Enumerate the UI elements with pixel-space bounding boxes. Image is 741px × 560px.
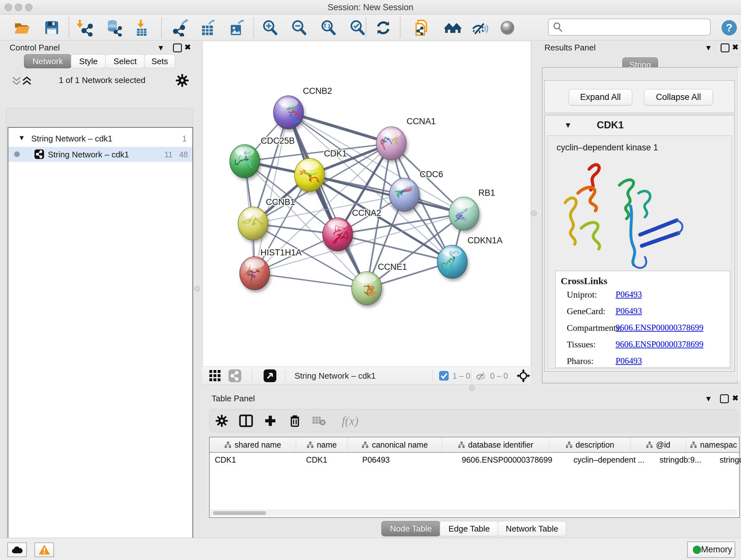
help-button[interactable]: ? xyxy=(719,18,739,38)
network-node-CCNA2[interactable]: CCNA2 xyxy=(323,208,381,251)
hide-selected-button[interactable] xyxy=(470,18,489,38)
table-cell[interactable]: stringdb:9... xyxy=(655,453,715,467)
collapse-all-button[interactable]: Collapse All xyxy=(644,89,713,105)
crosslink-link[interactable]: 9606.ENSP00000378699 xyxy=(616,323,703,332)
birds-eye-view-icon[interactable] xyxy=(264,369,276,382)
delete-table-button[interactable] xyxy=(311,413,327,428)
pan-crosshair-icon[interactable] xyxy=(517,369,530,382)
import-table-button[interactable] xyxy=(132,18,151,38)
table-row[interactable]: CDK1CDK1P064939606.ENSP00000378699cyclin… xyxy=(210,453,739,467)
export-network-button[interactable] xyxy=(170,18,190,38)
selected-count: 1 – 0 xyxy=(453,371,470,381)
warnings-button[interactable] xyxy=(35,543,54,557)
crosslink-link[interactable]: P06493 xyxy=(616,290,642,299)
float-panel-icon[interactable]: ▼ xyxy=(704,394,712,403)
zoom-out-button[interactable] xyxy=(289,18,309,38)
tab-edge-table[interactable]: Edge Table xyxy=(440,521,498,537)
tab-sets[interactable]: Sets xyxy=(144,54,175,68)
tab-node-table[interactable]: Node Table xyxy=(381,521,441,537)
maximize-panel-icon[interactable] xyxy=(720,394,729,403)
column-header-database-identifier[interactable]: database identifier xyxy=(442,437,549,452)
protein-structure-image xyxy=(559,155,693,270)
search-input[interactable] xyxy=(566,22,710,32)
results-scrollbar[interactable] xyxy=(737,68,741,381)
network-node-CCNA1[interactable]: CCNA1 xyxy=(376,117,436,160)
collection-expander-icon[interactable]: ▼ xyxy=(18,134,25,142)
network-canvas[interactable]: CCNB2CCNA1CDC25BCDK1CDC6RB1CCNB1CCNA2CDK… xyxy=(202,42,531,367)
edge-CDK1-RB1[interactable] xyxy=(310,175,464,213)
column-header-description[interactable]: description xyxy=(549,437,630,452)
search-field[interactable] xyxy=(548,18,711,36)
network-node-CDKN1A[interactable]: CDKN1A xyxy=(437,236,502,278)
network-graph[interactable]: CCNB2CCNA1CDC25BCDK1CDC6RB1CCNB1CCNA2CDK… xyxy=(203,42,531,367)
network-node-CCNE1[interactable]: CCNE1 xyxy=(352,262,407,305)
tab-network-table[interactable]: Network Table xyxy=(498,521,566,537)
zoom-fit-button[interactable] xyxy=(319,18,338,38)
expand-all-button[interactable]: Expand All xyxy=(569,89,632,105)
first-neighbors-button[interactable] xyxy=(443,18,463,38)
network-view-icon[interactable] xyxy=(228,369,241,382)
grid-view-icon[interactable] xyxy=(209,370,221,381)
table-cell[interactable]: 9606.ENSP00000378699 xyxy=(457,453,568,467)
create-column-button[interactable] xyxy=(262,413,278,428)
open-session-button[interactable] xyxy=(12,18,31,38)
memory-button[interactable]: Memory xyxy=(687,542,735,558)
crosslink-link[interactable]: 9606.ENSP00000378699 xyxy=(616,339,703,349)
left-splitter-handle[interactable] xyxy=(194,286,200,292)
zoom-selected-button[interactable] xyxy=(347,18,367,38)
tab-network[interactable]: Network xyxy=(24,54,71,68)
export-image-button[interactable] xyxy=(227,18,247,38)
export-table-button[interactable] xyxy=(198,18,218,38)
bottom-splitter-handle[interactable] xyxy=(469,385,475,391)
edge-CCNB2-CCNA1[interactable] xyxy=(288,112,391,143)
zoom-in-button[interactable] xyxy=(260,18,280,38)
network-collection-row[interactable]: ▼ String Network – cdk1 1 xyxy=(8,131,192,146)
column-header-@id[interactable]: @id xyxy=(630,437,686,452)
right-splitter-handle[interactable] xyxy=(531,210,537,216)
network-node-CCNB1[interactable]: CCNB1 xyxy=(238,197,295,240)
refresh-button[interactable] xyxy=(374,18,393,38)
expand-all-icon[interactable] xyxy=(21,76,32,86)
cloud-status-button[interactable] xyxy=(7,543,27,557)
table-cell[interactable]: cyclin–dependent ... xyxy=(568,453,655,467)
column-header-canonical-name[interactable]: canonical name xyxy=(347,437,442,452)
close-panel-icon[interactable]: ✖ xyxy=(185,43,191,52)
network-node-RB1[interactable]: RB1 xyxy=(449,188,495,230)
gene-expander-icon[interactable]: ▼ xyxy=(564,121,572,130)
scrollbar-thumb[interactable] xyxy=(213,511,266,515)
edge-CCNB2-CCNE1[interactable] xyxy=(288,112,367,288)
delete-column-button[interactable] xyxy=(287,413,303,428)
maximize-panel-icon[interactable] xyxy=(173,44,182,52)
show-columns-button[interactable] xyxy=(238,413,254,428)
crosslink-link[interactable]: P06493 xyxy=(616,306,642,316)
table-cell[interactable]: CDK1 xyxy=(210,453,301,467)
float-panel-icon[interactable]: ▼ xyxy=(157,44,165,52)
gear-icon[interactable] xyxy=(175,73,189,87)
float-panel-icon[interactable]: ▼ xyxy=(704,44,712,52)
hidden-eye-slash-icon[interactable] xyxy=(475,371,486,381)
table-cell[interactable]: CDK1 xyxy=(301,453,357,467)
import-network-button[interactable] xyxy=(75,18,95,38)
tab-select[interactable]: Select xyxy=(105,54,145,68)
import-network-from-database-button[interactable] xyxy=(104,18,124,38)
selected-checkbox-icon[interactable] xyxy=(439,371,449,381)
tab-style[interactable]: Style xyxy=(71,54,106,68)
collapse-all-icon[interactable] xyxy=(11,76,22,86)
close-panel-icon[interactable]: ✖ xyxy=(732,394,738,402)
maximize-panel-icon[interactable] xyxy=(721,44,730,52)
show-all-button[interactable] xyxy=(497,18,517,38)
apply-function-button[interactable]: f(x) xyxy=(336,413,364,428)
network-row-selected[interactable]: String Network – cdk1 11 48 xyxy=(8,147,192,162)
save-session-button[interactable] xyxy=(42,18,62,38)
clone-network-button[interactable] xyxy=(412,18,432,38)
column-header-name[interactable]: name xyxy=(296,437,347,452)
table-cell[interactable]: P06493 xyxy=(357,453,457,467)
table-horizontal-scrollbar[interactable] xyxy=(210,510,737,516)
column-header-shared-name[interactable]: shared name xyxy=(210,437,296,452)
crosslink-link[interactable]: P06493 xyxy=(616,356,642,366)
close-panel-icon[interactable]: ✖ xyxy=(732,43,738,52)
table-cell[interactable]: stringdb xyxy=(715,453,741,467)
column-header-namespac[interactable]: namespac xyxy=(686,437,741,452)
table-settings-button[interactable] xyxy=(214,413,230,428)
edge-HIST1H1A-CCNE1[interactable] xyxy=(255,273,367,288)
